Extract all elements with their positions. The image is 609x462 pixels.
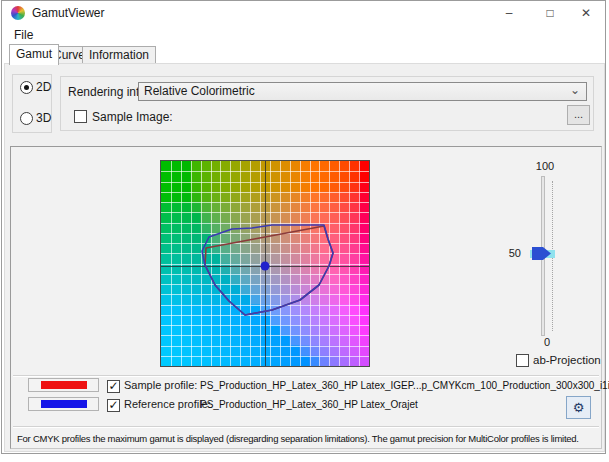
browse-button[interactable]: ... bbox=[567, 105, 590, 125]
status-text: For CMYK profiles the maximum gamut is d… bbox=[17, 433, 579, 444]
tab-information[interactable]: Information bbox=[82, 46, 156, 64]
reference-color-button[interactable] bbox=[28, 397, 99, 411]
sample-profile-checkbox[interactable]: ✓ bbox=[107, 380, 120, 393]
close-button[interactable]: ✕ bbox=[569, 1, 603, 25]
menu-file[interactable]: File bbox=[10, 27, 37, 43]
gamut-view-panel: 100 50 0 ab-Projection ✓ Sample profile:… bbox=[10, 146, 602, 449]
reference-profile-path: PS_Production_HP_Latex_360_HP Latex_Oraj… bbox=[200, 399, 418, 410]
sample-profile-label: Sample profile: bbox=[124, 379, 197, 391]
tab-strip: Gamut Curves Information bbox=[2, 44, 605, 64]
sample-profile-path: PS_Production_HP_Latex_360_HP Latex_IGEP… bbox=[200, 380, 609, 391]
rendering-intent-select[interactable]: Relative Colorimetric ⌄ bbox=[138, 82, 587, 101]
reference-color-swatch bbox=[41, 400, 87, 408]
rendering-intent-value: Relative Colorimetric bbox=[144, 84, 255, 98]
minimize-button[interactable]: – bbox=[492, 1, 526, 25]
maximize-button[interactable]: □ bbox=[533, 1, 567, 25]
lightness-slider-thumb[interactable] bbox=[532, 247, 551, 260]
sample-image-checkbox[interactable] bbox=[74, 110, 87, 123]
divider bbox=[13, 426, 599, 428]
gear-icon: ⚙ bbox=[573, 400, 585, 415]
reference-profile-label: Reference profile: bbox=[124, 398, 211, 410]
radio-3d[interactable] bbox=[20, 112, 33, 125]
sample-color-swatch bbox=[41, 381, 87, 389]
radio-2d-label: 2D bbox=[36, 80, 51, 94]
radio-2d[interactable] bbox=[20, 81, 33, 94]
reference-profile-checkbox[interactable]: ✓ bbox=[107, 399, 120, 412]
chevron-down-icon: ⌄ bbox=[570, 82, 580, 99]
app-icon bbox=[11, 6, 25, 20]
slider-max-label: 100 bbox=[525, 160, 565, 172]
ab-projection-checkbox[interactable] bbox=[516, 354, 529, 367]
gamut-plot-canvas[interactable] bbox=[161, 161, 369, 366]
sample-image-label: Sample Image: bbox=[92, 110, 173, 124]
divider bbox=[13, 375, 599, 377]
tab-gamut[interactable]: Gamut bbox=[9, 44, 59, 65]
window-title: GamutViewer bbox=[32, 6, 104, 20]
slider-min-label: 0 bbox=[527, 336, 567, 348]
desktop-sliver bbox=[0, 455, 609, 462]
radio-3d-label: 3D bbox=[36, 111, 51, 125]
ab-projection-label: ab-Projection bbox=[533, 354, 601, 366]
profile-settings-button[interactable]: ⚙ bbox=[566, 396, 591, 419]
sample-color-button[interactable] bbox=[28, 378, 99, 392]
menu-bar: File bbox=[2, 25, 605, 44]
title-bar[interactable]: GamutViewer – □ ✕ bbox=[2, 1, 605, 25]
app-window: GamutViewer – □ ✕ File Gamut Curves Info… bbox=[1, 0, 606, 454]
slider-mid-label: 50 bbox=[493, 247, 521, 259]
gamut-plot-frame bbox=[160, 160, 370, 367]
